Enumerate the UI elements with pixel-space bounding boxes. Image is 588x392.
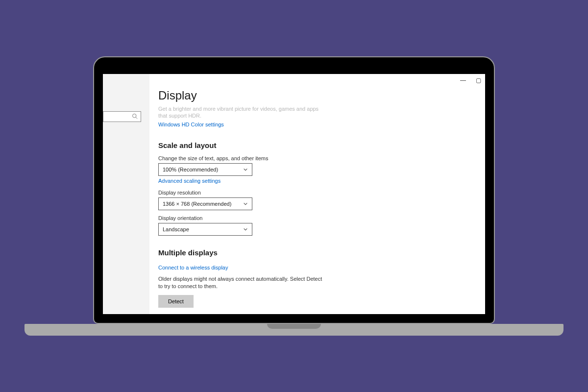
detect-button[interactable]: Detect [158, 295, 194, 308]
display-settings-panel: Display Get a brighter and more vibrant … [149, 74, 485, 314]
resolution-dropdown[interactable]: 1366 × 768 (Recommended) [158, 197, 252, 210]
resolution-value: 1366 × 768 (Recommended) [163, 201, 231, 207]
laptop-bezel: — ▢ Display Get a brighter and more vibr… [93, 56, 495, 324]
multiple-displays-heading: Multiple displays [158, 248, 473, 257]
resolution-label: Display resolution [158, 190, 473, 196]
chevron-down-icon [243, 167, 248, 172]
scale-layout-heading: Scale and layout [158, 141, 473, 149]
text-size-value: 100% (Recommended) [163, 167, 218, 172]
hdr-description: Get a brighter and more vibrant picture … [158, 105, 320, 120]
orientation-label: Display orientation [158, 215, 473, 221]
orientation-value: Landscape [163, 226, 189, 232]
search-icon [132, 112, 138, 121]
settings-window: — ▢ Display Get a brighter and more vibr… [103, 74, 485, 314]
svg-point-0 [133, 114, 137, 118]
chevron-down-icon [243, 201, 248, 206]
laptop-base [24, 324, 564, 336]
laptop-mockup: — ▢ Display Get a brighter and more vibr… [93, 56, 495, 336]
text-size-dropdown[interactable]: 100% (Recommended) [158, 163, 252, 176]
orientation-dropdown[interactable]: Landscape [158, 223, 252, 236]
page-title: Display [158, 89, 473, 102]
advanced-scaling-link[interactable]: Advanced scaling settings [158, 178, 220, 184]
text-size-label: Change the size of text, apps, and other… [158, 155, 473, 161]
search-input[interactable] [103, 111, 141, 122]
laptop-notch [267, 324, 321, 329]
settings-sidebar [103, 74, 149, 314]
svg-line-1 [136, 117, 137, 119]
older-displays-text: Older displays might not always connect … [158, 275, 325, 291]
chevron-down-icon [243, 227, 248, 232]
wireless-display-link[interactable]: Connect to a wireless display [158, 265, 228, 270]
hd-color-settings-link[interactable]: Windows HD Color settings [158, 122, 224, 127]
